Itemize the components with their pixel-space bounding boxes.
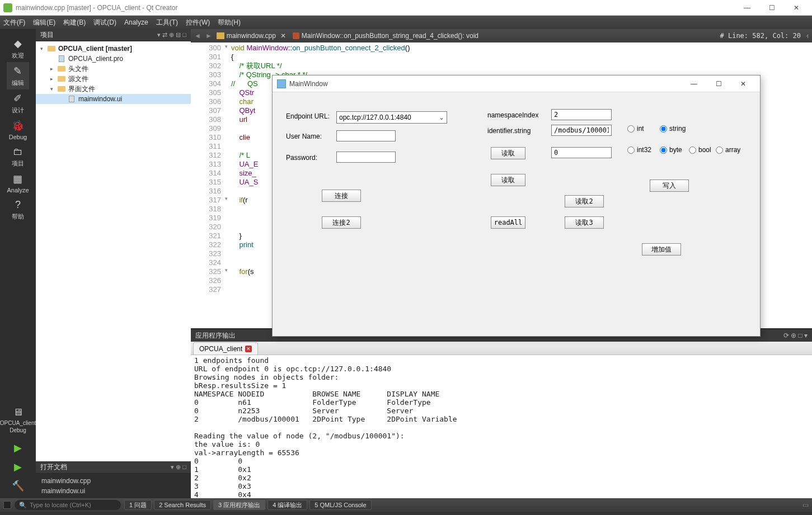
readall-button[interactable]: readAll: [491, 216, 525, 229]
run-icon[interactable]: ▶: [10, 441, 26, 455]
radio-string[interactable]: string: [660, 125, 686, 133]
menu-item[interactable]: 帮助(H): [218, 18, 241, 27]
mode-bug[interactable]: 🐞Debug: [7, 117, 29, 143]
mode-analyze[interactable]: ▦Analyze: [7, 170, 29, 196]
bug-icon: 🐞: [10, 119, 26, 133]
status-tab[interactable]: 2 Search Results: [154, 500, 211, 510]
password-label: Password:: [286, 154, 317, 162]
read-button-1[interactable]: 读取: [491, 147, 525, 159]
edit-icon: ✎: [10, 64, 26, 78]
symbol-crumb[interactable]: MainWindow::on_pushButton_string_read_4_…: [293, 32, 478, 40]
radio-int[interactable]: int: [627, 125, 644, 133]
tree-row[interactable]: ▸头文件: [36, 64, 191, 74]
value-input[interactable]: [551, 147, 612, 158]
tree-row[interactable]: ▾OPCUA_client [master]: [36, 44, 191, 54]
dlg-close-button[interactable]: ✕: [731, 76, 755, 92]
search-icon: 🔍: [19, 502, 27, 509]
tree-row[interactable]: ▸源文件: [36, 74, 191, 84]
mode-design[interactable]: ✐设计: [7, 89, 29, 117]
file-crumb[interactable]: mainwindow.cpp: [217, 32, 276, 40]
radio-array[interactable]: array: [716, 146, 740, 154]
mode-proj[interactable]: 🗀项目: [7, 143, 29, 170]
status-tab[interactable]: 3 应用程序输出: [213, 500, 265, 510]
back-icon[interactable]: ◄: [194, 32, 201, 40]
status-tab[interactable]: 5 QML/JS Console: [309, 500, 371, 510]
menu-item[interactable]: 编辑(E): [33, 18, 55, 27]
window-titlebar: mainwindow.cpp [master] - OPCUA_client -…: [0, 0, 812, 16]
write-button[interactable]: 写入: [650, 179, 689, 192]
endpoint-label: Endpoint URL:: [286, 112, 330, 120]
target-selector[interactable]: 🖥 OPCUA_client Debug: [0, 403, 36, 436]
tree-row[interactable]: mainwindow.ui: [36, 94, 191, 104]
open-documents-panel: 打开文档 ▾ ⊕ □ mainwindow.cppmainwindow.ui: [36, 461, 191, 498]
project-tree[interactable]: ▾OPCUA_client [master]OPCUA_client.pro▸头…: [36, 41, 191, 461]
increment-button[interactable]: 增加值: [642, 243, 681, 256]
open-docs-title: 打开文档: [40, 462, 67, 472]
identifier-label: identifier.string: [487, 127, 531, 135]
project-panel: 项目 ▾ ⇄ ⊕ ⊟ □ ▾OPCUA_client [master]OPCUA…: [36, 29, 191, 498]
tree-row[interactable]: OPCUA_client.pro: [36, 54, 191, 64]
namespace-input[interactable]: [551, 109, 612, 120]
fwd-icon[interactable]: ►: [205, 32, 212, 40]
status-tab[interactable]: 4 编译输出: [267, 500, 307, 510]
output-tab[interactable]: OPCUA_client ✕: [193, 342, 258, 355]
connect-button[interactable]: 连接: [322, 190, 361, 202]
username-input[interactable]: [336, 130, 396, 141]
filter-icon[interactable]: ▾ ⇄ ⊕ ⊟ □: [157, 31, 186, 39]
locator-input[interactable]: 🔍 Type to locate (Ctrl+K): [15, 500, 121, 510]
output-pane: 应用程序输出 ⟳ ⊕ □ ▾ OPCUA_client ✕ 1 endpoint…: [191, 328, 812, 498]
output-text[interactable]: 1 endpoints found URL of endpoint 0 is o…: [191, 355, 812, 498]
menu-item[interactable]: 调试(D): [93, 18, 116, 27]
read2-button[interactable]: 读取2: [565, 195, 604, 207]
cpp-file-icon: [217, 32, 224, 39]
connect2-button[interactable]: 连接2: [322, 216, 361, 229]
open-file-row[interactable]: mainwindow.cpp: [36, 476, 191, 486]
close-button[interactable]: ✕: [784, 0, 809, 16]
folder-icon: [57, 65, 66, 73]
qt-logo-icon: [3, 3, 12, 12]
menu-item[interactable]: Analyze: [124, 18, 148, 26]
file-icon: [57, 55, 66, 63]
radio-bool[interactable]: bool: [689, 146, 711, 154]
analyze-icon: ▦: [10, 172, 26, 186]
minimize-button[interactable]: —: [735, 0, 759, 16]
mode-edit[interactable]: ✎编辑: [7, 62, 29, 89]
editor-toolbar: ◄ ► mainwindow.cpp ✕ MainWindow::on_push…: [191, 29, 812, 42]
progress-icon[interactable]: ▭: [802, 501, 809, 509]
help-icon: ?: [10, 198, 26, 211]
radio-byte[interactable]: byte: [660, 146, 682, 154]
build-icon[interactable]: 🔨: [10, 479, 26, 493]
qt-icon: ◆: [10, 37, 26, 50]
read3-button[interactable]: 读取3: [565, 216, 604, 229]
close-file-icon[interactable]: ✕: [280, 32, 286, 40]
design-icon: ✐: [10, 92, 26, 105]
split-icon[interactable]: ⫞: [805, 32, 809, 40]
read-button-2[interactable]: 读取: [491, 174, 525, 186]
method-icon: [293, 32, 299, 39]
password-input[interactable]: [336, 152, 396, 163]
status-bar: 🔍 Type to locate (Ctrl+K) 1 问题2 Search R…: [0, 498, 812, 512]
close-tab-icon[interactable]: ✕: [245, 346, 252, 352]
dlg-maximize-button[interactable]: ☐: [706, 76, 731, 92]
app-icon: [277, 79, 286, 88]
menu-item[interactable]: 文件(F): [3, 18, 25, 27]
project-panel-title: 项目: [40, 30, 54, 40]
open-file-row[interactable]: mainwindow.ui: [36, 486, 191, 496]
identifier-input[interactable]: [551, 125, 612, 136]
debug-run-icon[interactable]: ▶: [10, 460, 26, 474]
menu-item[interactable]: 控件(W): [186, 18, 210, 27]
proj-icon: 🗀: [10, 145, 26, 158]
menu-item[interactable]: 构建(B): [63, 18, 86, 27]
output-title: 应用程序输出: [195, 331, 236, 341]
dlg-minimize-button[interactable]: —: [682, 76, 706, 92]
mode-help[interactable]: ?帮助: [7, 196, 29, 223]
endpoint-combo[interactable]: opc.tcp://127.0.0.1:4840: [336, 111, 447, 124]
radio-int32[interactable]: int32: [627, 146, 651, 154]
mode-qt[interactable]: ◆欢迎: [7, 35, 29, 62]
menu-item[interactable]: 工具(T): [156, 18, 178, 27]
tree-row[interactable]: ▾界面文件: [36, 84, 191, 94]
maximize-button[interactable]: ☐: [759, 0, 784, 16]
dialog-title: MainWindow: [289, 80, 682, 88]
status-tab[interactable]: 1 问题: [124, 500, 152, 510]
sidebar-toggle[interactable]: [3, 501, 11, 509]
